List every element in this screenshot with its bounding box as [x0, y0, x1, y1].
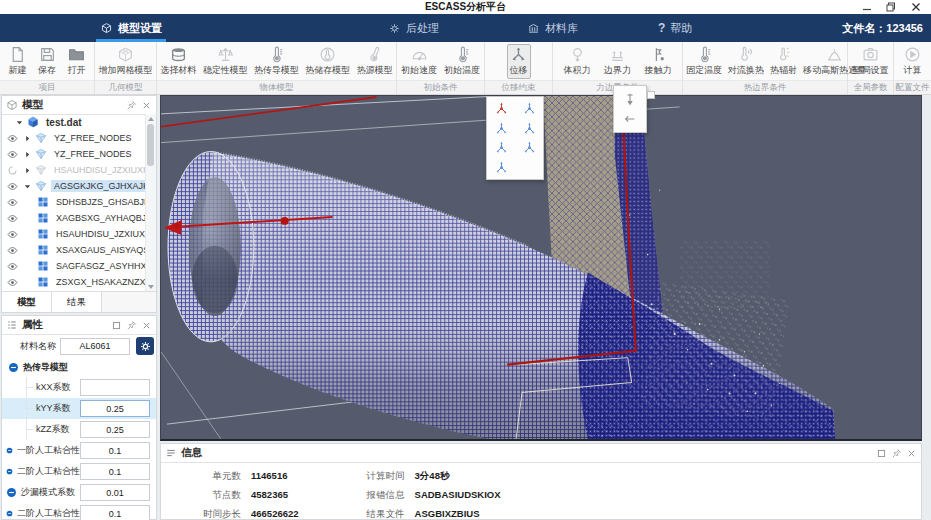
select-material-button[interactable]: 选择材料 [157, 44, 199, 79]
property-section-row[interactable]: 热传导模型 [2, 357, 156, 377]
heat-storage-model-button[interactable]: 热储存模型 [302, 44, 353, 79]
arrow-left-icon[interactable] [623, 112, 637, 126]
property-value-input[interactable] [80, 379, 150, 396]
eye-icon[interactable] [7, 229, 18, 240]
axis-xyz-selected-icon[interactable] [494, 101, 509, 116]
tab-result[interactable]: 结果 [52, 292, 102, 312]
properties-panel: 属性 材料名称 热传导模型 kXX系数 kYY系数 kZZ系数 一阶人工粘合性 … [1, 315, 157, 520]
tab-material-library[interactable]: 材料库 [527, 14, 578, 42]
pin-icon[interactable] [126, 320, 137, 331]
close-icon[interactable] [906, 448, 917, 459]
close-icon[interactable] [141, 100, 152, 111]
properties-panel-header: 属性 [2, 316, 156, 335]
tree-row[interactable]: XSAXGAUS_AISYAQSH_ASHX [2, 242, 146, 258]
tree-row[interactable]: SDHSBJZS_GHSABJHB_ZAHU [2, 194, 146, 210]
chevron-down-icon[interactable] [16, 119, 23, 126]
collapse-minus-icon[interactable] [6, 445, 13, 456]
body-force-button[interactable]: 体积力 [561, 44, 594, 79]
fixed-temperature-button[interactable]: 固定温度 [683, 44, 725, 79]
axis-xyz-icon[interactable] [494, 121, 509, 136]
info-panel-body: 单元数1146516 节点数4582365 时间步长466526622 计算时间… [161, 462, 921, 519]
pin-icon[interactable] [126, 100, 137, 111]
displacement-button[interactable]: 位移 [507, 44, 531, 79]
scroll-up-arrow[interactable] [148, 117, 154, 121]
tree-scrollbar[interactable] [145, 114, 156, 292]
chevron-right-icon[interactable] [24, 151, 31, 158]
property-value-input[interactable] [80, 463, 150, 480]
maximize-icon[interactable] [111, 320, 122, 331]
contact-force-icon [650, 46, 667, 63]
heat-source-model-button[interactable]: 热源模型 [354, 44, 396, 79]
open-button[interactable]: 打开 [65, 44, 89, 79]
property-value-input[interactable] [80, 442, 150, 459]
eye-icon[interactable] [7, 245, 18, 256]
save-button[interactable]: 保存 [35, 44, 59, 79]
tree-row[interactable]: test.dat [2, 114, 146, 130]
axis-xyz-icon[interactable] [522, 101, 537, 116]
initial-temperature-button[interactable]: 初始温度 [441, 44, 483, 79]
tab-model-settings[interactable]: 模型设置 [100, 14, 162, 42]
displacement-anchor-icon[interactable] [623, 92, 637, 106]
compute-button[interactable]: 计算 [901, 44, 925, 79]
initial-velocity-button[interactable]: 初始速度 [398, 44, 440, 79]
axis-xyz-icon[interactable] [522, 121, 537, 136]
collapse-minus-icon[interactable] [6, 487, 17, 498]
eye-icon[interactable] [7, 213, 18, 224]
tab-help[interactable]: ? 帮助 [658, 14, 692, 42]
radiation-button[interactable]: 热辐射 [767, 44, 800, 79]
new-button[interactable]: 新建 [6, 44, 30, 79]
tree-row[interactable]: SAGFASGZ_ASYHHXSN [2, 258, 146, 274]
chevron-right-icon[interactable] [24, 167, 31, 174]
tab-model[interactable]: 模型 [2, 292, 52, 312]
grid-mesh-icon [37, 276, 49, 288]
stability-model-button[interactable]: 稳定性模型 [200, 44, 251, 79]
axis-xyz-icon[interactable] [522, 140, 537, 155]
eye-icon[interactable] [7, 197, 18, 208]
window-restore-button[interactable] [885, 1, 897, 13]
collapse-minus-icon[interactable] [8, 362, 19, 373]
scroll-thumb[interactable] [147, 124, 154, 166]
heat-conduction-model-button[interactable]: 热传导模型 [251, 44, 302, 79]
eye-icon[interactable] [7, 181, 18, 192]
window-minimize-button[interactable] [861, 1, 873, 13]
axis-xyz-icon[interactable] [494, 140, 509, 155]
material-name-input[interactable] [60, 338, 130, 355]
chevron-right-icon[interactable] [24, 135, 31, 142]
contact-force-button[interactable]: 接触力 [642, 44, 675, 79]
add-mesh-model-button[interactable]: 增加网格模型 [96, 44, 156, 79]
boundary-force-button[interactable]: 边界力 [601, 44, 634, 79]
tree-row[interactable]: ZSXGX_HSAKAZNZXK_AHASX [2, 274, 146, 290]
close-icon[interactable] [141, 320, 152, 331]
material-settings-button[interactable] [136, 337, 154, 355]
tree-row[interactable]: YZ_FREE_NODES [2, 146, 146, 162]
maximize-icon[interactable] [876, 448, 887, 459]
pin-icon[interactable] [891, 448, 902, 459]
tab-post-processing[interactable]: 后处理 [388, 14, 439, 42]
eye-icon[interactable] [7, 149, 18, 160]
tree-row[interactable]: YZ_FREE_NODES [2, 130, 146, 146]
tree-row[interactable]: XAGBSXG_AYHAQBJ [2, 210, 146, 226]
save-floppy-icon [39, 46, 56, 63]
chevron-down-icon[interactable] [24, 183, 31, 190]
eye-icon[interactable] [7, 277, 18, 288]
eye-icon[interactable] [7, 133, 18, 144]
collapse-minus-icon[interactable] [6, 508, 13, 519]
scroll-down-arrow[interactable] [148, 285, 154, 289]
property-value-input[interactable] [80, 400, 150, 417]
collapse-minus-icon[interactable] [6, 466, 13, 477]
convection-button[interactable]: 对流换热 [725, 44, 767, 79]
property-value-input[interactable] [80, 505, 150, 520]
tree-row-selected[interactable]: AGSGKJKG_GJHXAJKHXA [2, 178, 146, 194]
toolbar-group-config-file: 计算 配置文件 [894, 42, 931, 94]
window-close-button[interactable] [910, 1, 922, 13]
eye-icon[interactable] [7, 261, 18, 272]
global-settings-button[interactable]: 全局设置 [850, 44, 892, 79]
filename-label: 文件名：123456 [842, 14, 923, 42]
property-value-input[interactable] [80, 421, 150, 438]
tree-row[interactable]: HSAUHDISU_JZXIUXHAHX [2, 226, 146, 242]
property-value-input[interactable] [80, 484, 150, 501]
tree-row[interactable]: HSAUHDISU_JZXIUXHAHX [2, 162, 146, 178]
dropdown-handle[interactable] [647, 91, 655, 99]
axis-xyz-icon[interactable] [494, 160, 509, 175]
info-field: 时间步长466526622 [183, 507, 299, 520]
